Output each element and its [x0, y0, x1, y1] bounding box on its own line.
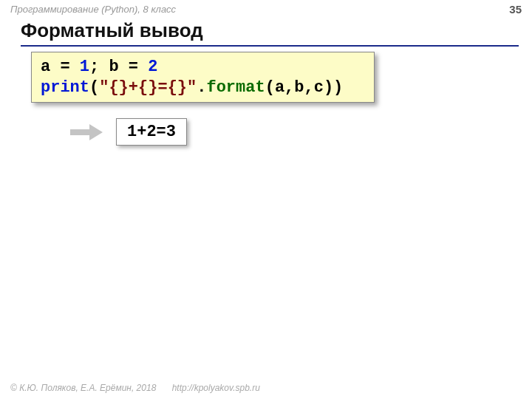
slide-footer: © К.Ю. Поляков, Е.А. Ерёмин, 2018 http:/…	[10, 383, 260, 393]
code-block: a = 1; b = 2 print("{}+{}={}".format(a,b…	[31, 52, 375, 103]
code-token: )	[324, 78, 333, 97]
code-token: "{}+{}={}"	[99, 78, 197, 97]
code-token: a,b,c	[275, 78, 324, 97]
arrow-right-icon	[70, 124, 103, 140]
svg-marker-1	[89, 124, 103, 140]
slide-title: Форматный вывод	[21, 19, 519, 42]
code-token: .	[197, 78, 206, 97]
code-token: print	[41, 78, 89, 97]
code-token: )	[333, 78, 343, 97]
output-row: 1+2=3	[70, 118, 187, 146]
title-bar: Форматный вывод	[21, 19, 519, 47]
code-token: (	[89, 78, 99, 97]
output-box: 1+2=3	[116, 118, 187, 146]
code-token: =	[50, 58, 80, 76]
slide-header: Программирование (Python), 8 класс 35	[0, 0, 532, 16]
code-token: 2	[148, 58, 157, 76]
svg-rect-0	[70, 129, 89, 135]
course-name: Программирование (Python), 8 класс	[10, 4, 176, 15]
code-token: b	[109, 58, 118, 76]
code-token: a	[41, 58, 50, 76]
page-number: 35	[509, 3, 522, 16]
code-token: 1	[80, 58, 89, 76]
footer-url: http://kpolyakov.spb.ru	[172, 383, 260, 393]
code-token: ;	[89, 58, 109, 76]
code-token: (	[265, 78, 275, 97]
output-text: 1+2=3	[127, 123, 176, 141]
copyright-text: © К.Ю. Поляков, Е.А. Ерёмин, 2018	[10, 383, 156, 393]
code-token: =	[119, 58, 149, 76]
code-token: format	[206, 78, 265, 97]
